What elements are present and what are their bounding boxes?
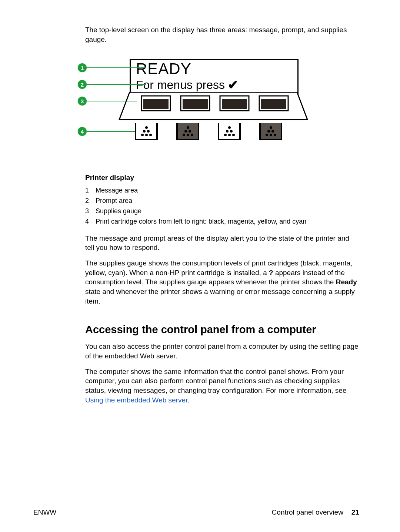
text-span: . <box>187 396 189 404</box>
lcd-screen: READY For menus press ✔ <box>130 59 299 94</box>
caption-num: 1 <box>85 185 96 196</box>
caption-text: Print cartridge colors from left to righ… <box>96 217 306 227</box>
text-span: state and whenever the printer shows a w… <box>85 288 355 305</box>
leader-line <box>87 131 135 132</box>
page-number: 21 <box>351 508 359 516</box>
question-mark-glyph: ? <box>269 269 273 277</box>
caption-num: 3 <box>85 206 96 217</box>
caption-text: Prompt area <box>96 196 132 206</box>
caption-list: 1Message area 2Prompt area 3Supplies gau… <box>85 185 359 227</box>
intro-paragraph: The top-level screen on the display has … <box>85 25 359 44</box>
callout-3: 3 <box>78 97 87 106</box>
page-footer: ENWW Control panel overview 21 <box>33 508 359 516</box>
body-paragraph: You can also access the printer control … <box>85 342 359 361</box>
caption-row: 2Prompt area <box>85 196 359 206</box>
supplies-gauge <box>119 92 308 120</box>
caption-row: 3Supplies gauge <box>85 206 359 217</box>
lcd-prompt-text: For menus press <box>136 78 225 92</box>
caption-text: Supplies gauge <box>96 206 141 217</box>
embedded-web-server-link[interactable]: Using the embedded Web server <box>85 396 187 404</box>
caption-row: 1Message area <box>85 185 359 196</box>
leader-line <box>87 84 146 85</box>
caption-row: 4Print cartridge colors from left to rig… <box>85 217 359 227</box>
caption-num: 2 <box>85 196 96 206</box>
svg-rect-7 <box>222 99 247 109</box>
printer-display-diagram: 1 2 3 4 READY For menus press ✔ <box>78 56 359 156</box>
text-span: The computer shows the same information … <box>85 368 346 394</box>
callout-4: 4 <box>78 127 87 136</box>
footer-section-title: Control panel overview <box>272 508 343 516</box>
svg-rect-8 <box>261 99 286 109</box>
svg-rect-5 <box>143 99 169 109</box>
cartridge-icon-black <box>135 123 158 140</box>
caption-num: 4 <box>85 217 96 227</box>
leader-line <box>87 101 137 101</box>
body-paragraph: The message and prompt areas of the disp… <box>85 234 359 252</box>
checkmark-icon: ✔ <box>228 78 238 92</box>
caption-text: Message area <box>96 185 138 196</box>
document-page: The top-level screen on the display has … <box>0 0 400 532</box>
callout-2: 2 <box>78 80 87 89</box>
cartridge-icon-yellow <box>218 123 241 140</box>
cartridge-icon-cyan <box>259 123 282 140</box>
footer-left: ENWW <box>33 508 56 516</box>
callout-1: 1 <box>78 63 87 72</box>
svg-rect-6 <box>183 99 208 109</box>
ready-state-label: Ready <box>336 278 357 286</box>
lcd-message-area: READY <box>131 60 297 78</box>
cartridge-icon-magenta <box>176 123 199 140</box>
body-paragraph: The computer shows the same information … <box>85 367 359 405</box>
section-heading: Accessing the control panel from a compu… <box>85 324 359 336</box>
body-paragraph: The supplies gauge shows the consumption… <box>85 258 359 306</box>
caption-title: Printer display <box>85 174 359 182</box>
cartridge-color-icons <box>135 123 282 140</box>
leader-line <box>87 67 146 68</box>
lcd-prompt-area: For menus press ✔ <box>131 78 297 92</box>
